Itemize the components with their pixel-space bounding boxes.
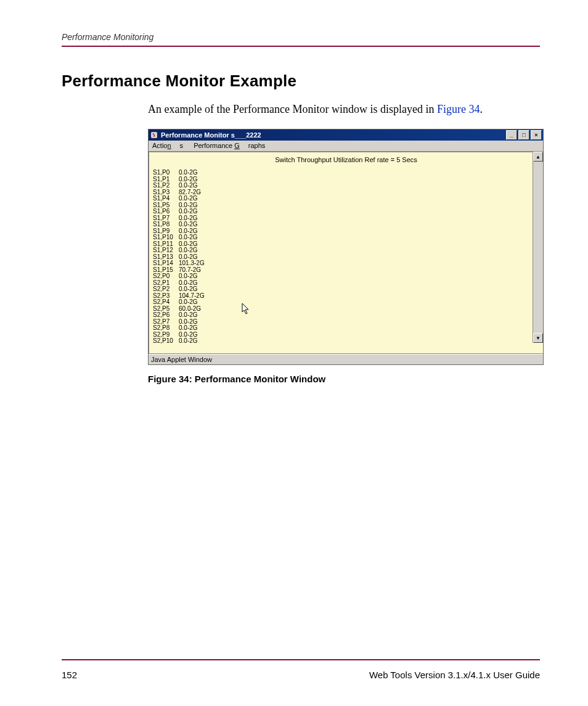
cursor-icon [242,303,251,318]
window-titlebar[interactable]: Performance Monitor s___2222 _ □ × [149,129,543,141]
java-icon [150,131,158,139]
doc-title-footer: Web Tools Version 3.1.x/4.1.x User Guide [369,670,540,680]
page-number: 152 [62,670,77,680]
scroll-down-button[interactable]: ▼ [533,333,543,343]
port-value: 0.0-2G [179,338,212,345]
performance-monitor-window: Performance Monitor s___2222 _ □ × Actio… [148,129,544,365]
chart-title: Switch Throughput Utilization Ref rate =… [149,152,543,165]
running-header: Performance Monitoring [62,32,540,47]
scroll-up-button[interactable]: ▲ [533,152,543,162]
menu-graphs[interactable]: Performance Graphs [194,142,265,149]
figure-caption: Figure 34: Performance Monitor Window [148,374,540,384]
window-buttons: _ □ × [505,130,542,140]
document-page: Performance Monitoring Performance Monit… [0,0,588,706]
intro-text-b: . [480,103,483,115]
chart-canvas: Switch Throughput Utilization Ref rate =… [149,152,543,354]
section-title: Performance Monitor Example [62,72,540,91]
figure-link[interactable]: Figure 34 [437,103,480,115]
menubar: Actions Performance Graphs [149,141,543,152]
window-title: Performance Monitor s___2222 [161,131,505,139]
footer-rule [62,659,540,660]
port-label: S2,P10 [153,338,179,345]
figure-container: Performance Monitor s___2222 _ □ × Actio… [148,129,540,384]
menu-actions[interactable]: Actions [152,142,183,149]
port-table: S1,P00.0-2GS1,P10.0-2GS1,P20.0-2GS1,P382… [153,170,212,345]
page-footer: 152 Web Tools Version 3.1.x/4.1.x User G… [62,670,540,680]
vertical-scrollbar[interactable]: ▲ ▼ [533,152,543,343]
statusbar: Java Applet Window [149,354,543,364]
chart-area: Switch Throughput Utilization Ref rate =… [149,152,543,354]
port-row: S2,P100.0-2G [153,338,212,345]
intro-paragraph: An example of the Performance Monitor wi… [148,102,540,117]
minimize-button[interactable]: _ [506,130,517,140]
intro-text-a: An example of the Performance Monitor wi… [148,103,437,115]
maximize-button[interactable]: □ [518,130,529,140]
close-button[interactable]: × [531,130,542,140]
